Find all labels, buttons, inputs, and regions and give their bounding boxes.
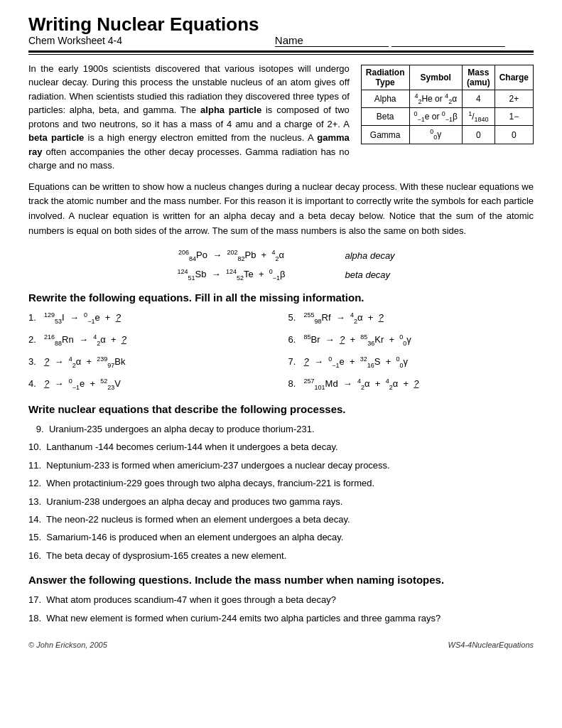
problem-num-3: 3. (28, 353, 41, 370)
symbol-alpha: 42He or 42α (409, 90, 462, 107)
problem-8: 8. 257101Md → 42α + 42α + ? (288, 375, 534, 393)
problem-num-6: 6. (288, 331, 301, 348)
section3: Answer the following questions. Include … (28, 574, 534, 626)
symbol-beta: 0−1e or 0−1β (409, 107, 462, 125)
alpha-decay-equation: 20684Po → 20282Pb + 42α (118, 249, 345, 262)
problem-eq-4: ? → 0−1e + 5223V (44, 375, 121, 393)
radiation-gamma: Gamma (361, 126, 409, 144)
problem-num-8: 8. (288, 375, 301, 392)
radiation-beta: Beta (361, 107, 409, 125)
beta-decay-label: beta decay (345, 269, 445, 280)
table-row: Gamma 00γ 0 0 (361, 126, 533, 144)
beta-bold: beta particle (28, 132, 84, 143)
problem-eq-3: ? → 42α + 23997Bk (44, 353, 126, 371)
problem-eq-8: 257101Md → 42α + 42α + ? (304, 375, 419, 393)
list-item: 11. Neptunium-233 is formed when americi… (28, 457, 534, 473)
mass-alpha: 4 (462, 90, 495, 107)
radiation-alpha: Alpha (361, 90, 409, 107)
section2-title: Write nuclear equations that describe th… (28, 403, 534, 415)
list-item: 18. What new element is formed when curi… (28, 610, 534, 626)
section1-title: Rewrite the following equations. Fill in… (28, 291, 534, 304)
problem-num-7: 7. (288, 353, 301, 370)
alpha-bold: alpha particle (200, 105, 261, 115)
list-item: 13. Uranium-238 undergoes an alpha decay… (28, 493, 534, 510)
divider-thin (28, 54, 534, 55)
divider-thick (28, 50, 534, 53)
alpha-decay-label: alpha decay (345, 250, 445, 261)
charge-gamma: 0 (495, 126, 533, 144)
list-item: 9. Uranium-235 undergoes an alpha decay … (28, 421, 534, 437)
word-problems-2: 9. Uranium-235 undergoes an alpha decay … (28, 421, 534, 564)
col-mass: Mass(amu) (462, 65, 495, 90)
beta-decay-equation: 12451Sb → 12452Te + 0−1β (118, 268, 345, 282)
page-title: Writing Nuclear Equations (28, 14, 534, 35)
problems-grid-1: 1. 12953I → 0−1e + ? 5. 25598Rf → 42α + … (28, 309, 534, 393)
alpha-decay-example: 20684Po → 20282Pb + 42α alpha decay (28, 249, 534, 262)
section2: Write nuclear equations that describe th… (28, 403, 534, 564)
problem-2: 2. 21688Rn → 42α + ? (28, 331, 274, 349)
copyright: © John Erickson, 2005 (28, 641, 107, 649)
intro-text: In the early 1900s scientists discovered… (28, 62, 350, 173)
table-row: Alpha 42He or 42α 4 2+ (361, 90, 533, 107)
beta-decay-example: 12451Sb → 12452Te + 0−1β beta decay (28, 268, 534, 282)
equations-section: Equations can be written to show how a n… (28, 180, 534, 239)
problem-eq-2: 21688Rn → 42α + ? (44, 331, 126, 349)
word-problems-3: 17. What atom produces scandium-47 when … (28, 592, 534, 626)
col-charge: Charge (495, 65, 533, 90)
section1: Rewrite the following equations. Fill in… (28, 291, 534, 393)
problem-num-2: 2. (28, 331, 41, 348)
problem-eq-7: ? → 0−1e + 3216S + 00γ (304, 353, 409, 371)
problem-eq-6: 85Br → ? + 8536Kr + 00γ (304, 331, 411, 349)
footer: © John Erickson, 2005 WS4-4NuclearEquati… (28, 641, 534, 649)
problem-num-5: 5. (288, 309, 301, 326)
col-symbol: Symbol (409, 65, 462, 90)
list-item: 16. The beta decay of dysprosium-165 cre… (28, 547, 534, 564)
problem-7: 7. ? → 0−1e + 3216S + 00γ (288, 353, 534, 371)
table-row: Beta 0−1e or 0−1β 1/1840 1− (361, 107, 533, 125)
list-item: 10. Lanthanum -144 becomes cerium-144 wh… (28, 439, 534, 455)
name-label: Name (275, 34, 389, 47)
problem-eq-5: 25598Rf → 42α + ? (304, 309, 384, 327)
header: Writing Nuclear Equations Chem Worksheet… (28, 14, 534, 46)
problem-num-4: 4. (28, 375, 41, 392)
problem-6: 6. 85Br → ? + 8536Kr + 00γ (288, 331, 534, 349)
list-item: 15. Samarium-146 is produced when an ele… (28, 529, 534, 545)
worksheet-id: WS4-4NuclearEquations (448, 641, 534, 649)
problem-eq-1: 12953I → 0−1e + ? (44, 309, 121, 327)
list-item: 17. What atom produces scandium-47 when … (28, 592, 534, 608)
mass-gamma: 0 (462, 126, 495, 144)
name-field: Name (275, 34, 505, 47)
problem-5: 5. 25598Rf → 42α + ? (288, 309, 534, 327)
radiation-table: RadiationType Symbol Mass(amu) Charge Al… (361, 65, 534, 144)
name-underline (391, 34, 505, 47)
problem-num-1: 1. (28, 309, 41, 326)
charge-beta: 1− (495, 107, 533, 125)
problem-4: 4. ? → 0−1e + 5223V (28, 375, 274, 393)
section3-title: Answer the following questions. Include … (28, 574, 534, 586)
list-item: 12. When protactinium-229 goes through t… (28, 475, 534, 491)
intro-section: In the early 1900s scientists discovered… (28, 62, 534, 173)
col-radiation-type: RadiationType (361, 65, 409, 90)
mass-beta: 1/1840 (462, 107, 495, 125)
example-equations: 20684Po → 20282Pb + 42α alpha decay 1245… (28, 249, 534, 282)
problem-3: 3. ? → 42α + 23997Bk (28, 353, 274, 371)
charge-alpha: 2+ (495, 90, 533, 107)
problem-1: 1. 12953I → 0−1e + ? (28, 309, 274, 327)
symbol-gamma: 00γ (409, 126, 462, 144)
list-item: 14. The neon-22 nucleus is formed when a… (28, 511, 534, 528)
